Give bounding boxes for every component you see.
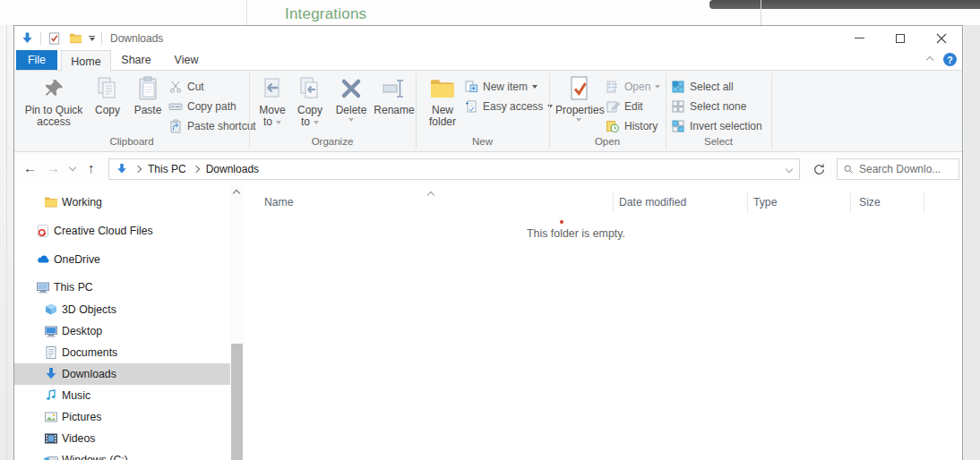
button-label: Rename	[371, 105, 417, 116]
column-header-row: Name Date modified Type Size	[244, 189, 957, 214]
sidebar-item-pictures[interactable]: Pictures	[14, 406, 230, 428]
column-header-type[interactable]: Type	[753, 196, 777, 209]
tab-view[interactable]: View	[161, 50, 211, 70]
column-header-size[interactable]: Size	[859, 196, 881, 209]
onedrive-icon	[36, 252, 50, 267]
scrollbar-thumb[interactable]	[231, 344, 243, 460]
new-item-button[interactable]: New item	[464, 78, 537, 96]
button-label: Edit	[624, 100, 643, 113]
dropdown-caret-icon	[314, 121, 319, 124]
back-button[interactable]: ←	[23, 159, 37, 177]
button-label: access	[20, 116, 88, 128]
breadcrumb[interactable]: This PC Downloads	[108, 158, 800, 180]
tab-file[interactable]: File	[16, 50, 57, 70]
button-label: Delete	[331, 105, 371, 116]
minimize-icon	[855, 38, 864, 38]
tab-share[interactable]: Share	[111, 50, 161, 70]
paste-shortcut-button[interactable]: Paste shortcut	[168, 117, 256, 135]
properties-button[interactable]: Properties	[555, 72, 602, 135]
properties-icon	[564, 74, 593, 103]
sidebar-item-label: Documents	[62, 346, 117, 359]
creative-cloud-icon	[36, 224, 50, 238]
copy-to-icon	[296, 74, 324, 103]
paste-button[interactable]: Paste	[129, 72, 167, 135]
pin-to-quick-access-button[interactable]: Pin to Quick access	[20, 72, 88, 135]
breadcrumb-item-this-pc[interactable]: This PC	[148, 163, 186, 175]
ribbon: Pin to Quick access Copy Paste Cut Copy …	[14, 71, 962, 152]
open-button[interactable]: Open	[606, 78, 660, 96]
rename-button[interactable]: Rename	[371, 72, 417, 135]
background-right-strip	[964, 25, 980, 460]
easy-access-button[interactable]: Easy access	[464, 98, 553, 115]
select-none-button[interactable]: Select none	[671, 98, 746, 115]
sidebar-item-creative-cloud-files[interactable]: Creative Cloud Files	[14, 220, 230, 242]
new-item-icon	[464, 80, 478, 94]
file-list-area[interactable]: Name Date modified Type Size This folder…	[244, 185, 962, 460]
background-divider	[6, 25, 7, 460]
sidebar-item-documents[interactable]: Documents	[14, 342, 230, 363]
invert-selection-button[interactable]: Invert selection	[671, 117, 762, 135]
tab-home[interactable]: Home	[61, 50, 111, 72]
breadcrumb-item-downloads[interactable]: Downloads	[206, 163, 259, 175]
copy-icon	[93, 74, 122, 103]
button-label: Invert selection	[690, 120, 762, 132]
search-box[interactable]	[837, 158, 959, 180]
refresh-button[interactable]	[806, 158, 831, 180]
sidebar-item-this-pc[interactable]: This PC	[14, 277, 230, 298]
title-bar[interactable]: Downloads	[14, 26, 962, 50]
search-input[interactable]	[859, 163, 953, 175]
delete-button[interactable]: Delete	[331, 72, 371, 135]
edit-button[interactable]: Edit	[606, 98, 643, 115]
button-label: Select none	[690, 100, 746, 113]
sidebar-item-3d-objects[interactable]: 3D Objects	[14, 299, 230, 320]
sidebar-item-desktop[interactable]: Desktop	[14, 320, 230, 342]
recent-locations-button[interactable]	[69, 164, 76, 171]
sidebar-item-windows-c[interactable]: Windows (C:)	[14, 449, 230, 460]
maximize-button[interactable]	[880, 26, 921, 50]
select-all-button[interactable]: Select all	[671, 78, 734, 96]
new-folder-button[interactable]: New folder	[423, 72, 462, 135]
address-dropdown-button[interactable]	[786, 166, 793, 173]
column-divider[interactable]	[924, 193, 924, 213]
properties-quick-icon[interactable]	[47, 31, 61, 46]
forward-button[interactable]: →	[47, 159, 60, 177]
move-to-button[interactable]: Move to	[254, 72, 290, 135]
group-label-open: Open	[549, 136, 666, 147]
new-folder-icon	[428, 74, 457, 103]
sidebar-item-label: Downloads	[62, 368, 116, 380]
refresh-icon	[812, 163, 826, 176]
history-button[interactable]: History	[606, 117, 658, 135]
downloads-arrow-icon	[21, 31, 34, 46]
copy-path-button[interactable]: Copy path	[168, 98, 236, 115]
chevron-right-icon	[134, 166, 142, 173]
sidebar-item-working[interactable]: Working	[14, 192, 230, 213]
column-header-date-modified[interactable]: Date modified	[619, 196, 686, 209]
cut-button[interactable]: Cut	[168, 78, 204, 96]
customize-toolbar-button[interactable]	[89, 36, 95, 41]
column-divider[interactable]	[850, 193, 851, 213]
paste-shortcut-icon	[168, 119, 183, 133]
up-button[interactable]: ↑	[88, 159, 95, 177]
group-label-select: Select	[666, 136, 771, 147]
sidebar-item-music[interactable]: Music	[14, 385, 230, 406]
sidebar-item-onedrive[interactable]: OneDrive	[14, 249, 230, 270]
column-header-name[interactable]: Name	[264, 196, 294, 209]
copy-button[interactable]: Copy	[90, 72, 125, 135]
help-button[interactable]: ?	[943, 53, 957, 66]
close-button[interactable]	[921, 26, 962, 50]
sidebar-item-downloads[interactable]: Downloads	[14, 363, 230, 385]
close-icon	[936, 33, 947, 44]
new-folder-quick-icon[interactable]	[69, 31, 82, 46]
sidebar-item-videos[interactable]: Videos	[14, 428, 230, 449]
copy-path-icon	[168, 99, 183, 114]
column-divider[interactable]	[613, 193, 614, 213]
collapse-ribbon-button[interactable]	[926, 55, 933, 63]
paste-icon	[133, 74, 162, 103]
copy-to-button[interactable]: Copy to	[292, 72, 328, 135]
sidebar-scrollbar[interactable]	[230, 185, 244, 460]
minimize-button[interactable]	[838, 26, 880, 50]
column-divider[interactable]	[747, 193, 748, 213]
chevron-right-icon	[192, 166, 199, 173]
scroll-up-icon[interactable]	[233, 190, 240, 197]
easy-access-icon	[464, 99, 478, 114]
